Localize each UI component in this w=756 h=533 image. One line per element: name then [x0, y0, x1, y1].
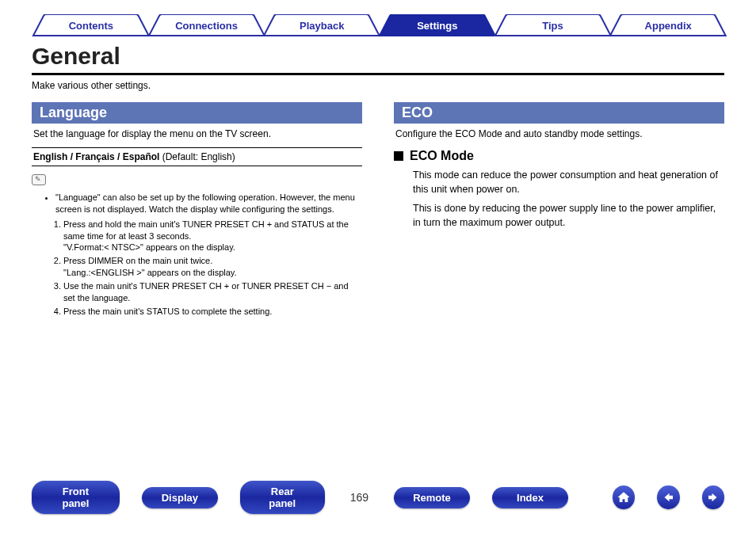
- arrow-right-icon: [706, 490, 720, 504]
- next-page-button[interactable]: [702, 485, 724, 509]
- eco-desc: Configure the ECO Mode and auto standby …: [395, 128, 723, 139]
- arrow-left-icon: [661, 490, 675, 504]
- language-options: English / Français / Español: [33, 151, 159, 162]
- home-button[interactable]: [613, 485, 635, 509]
- tab-contents[interactable]: Contents: [32, 14, 151, 36]
- tab-appendix[interactable]: Appendix: [609, 14, 727, 36]
- tab-tips[interactable]: Tips: [494, 14, 613, 36]
- page-number: 169: [347, 491, 372, 504]
- page-title: General: [32, 43, 724, 75]
- page-subtitle: Make various other settings.: [32, 80, 724, 91]
- eco-mode-heading: ECO Mode: [394, 149, 724, 163]
- note-bullet: "Language" can also be set up by the fol…: [55, 192, 362, 215]
- language-default: (Default: English): [159, 151, 235, 162]
- display-button[interactable]: Display: [142, 487, 218, 508]
- index-button[interactable]: Index: [492, 487, 568, 508]
- step-4: Press the main unit's STATUS to complete…: [63, 306, 362, 318]
- language-options-row: English / Français / Español (Default: E…: [32, 147, 362, 166]
- eco-body: This mode can reduce the power consumpti…: [413, 168, 724, 230]
- eco-section: ECO Configure the ECO Mode and auto stan…: [394, 102, 724, 318]
- home-icon: [617, 490, 631, 504]
- square-marker-icon: [394, 151, 403, 161]
- step-1: Press and hold the main unit's TUNER PRE…: [63, 219, 362, 254]
- step-3: Use the main unit's TUNER PRESET CH + or…: [63, 280, 362, 304]
- language-header: Language: [32, 102, 362, 124]
- eco-body-1: This mode can reduce the power consumpti…: [413, 168, 724, 196]
- step-2: Press DIMMER on the main unit twice."Lan…: [63, 255, 362, 279]
- prev-page-button[interactable]: [657, 485, 679, 509]
- language-notes: "Language" can also be set up by the fol…: [46, 192, 362, 317]
- note-icon: [32, 174, 46, 185]
- top-tabs: Contents Connections Playback Settings T…: [0, 0, 756, 36]
- eco-mode-label: ECO Mode: [410, 149, 474, 163]
- front-panel-button[interactable]: Front panel: [32, 481, 120, 514]
- rear-panel-button[interactable]: Rear panel: [240, 481, 325, 514]
- footer-nav: Front panel Display Rear panel 169 Remot…: [0, 481, 756, 514]
- tab-playback[interactable]: Playback: [262, 14, 381, 36]
- eco-header: ECO: [394, 102, 724, 124]
- eco-body-2: This is done by reducing the power suppl…: [413, 201, 724, 230]
- tab-connections[interactable]: Connections: [147, 14, 266, 36]
- language-desc: Set the language for display the menu on…: [33, 128, 361, 139]
- tab-settings[interactable]: Settings: [378, 14, 497, 36]
- remote-button[interactable]: Remote: [394, 487, 470, 508]
- language-section: Language Set the language for display th…: [32, 102, 362, 318]
